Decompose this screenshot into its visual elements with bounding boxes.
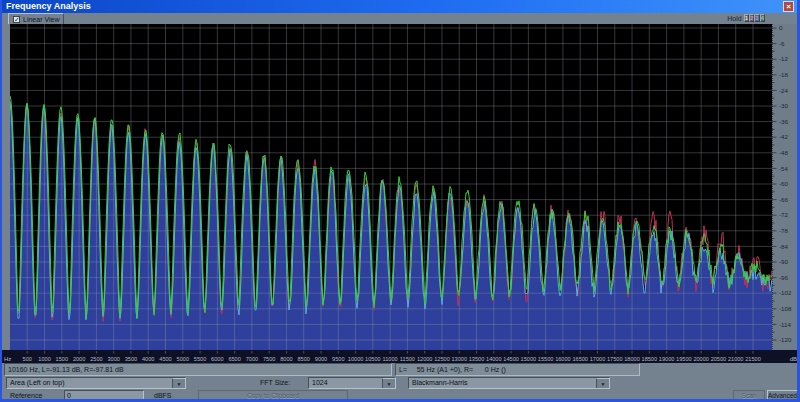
svg-text:-78: -78 xyxy=(779,227,789,234)
hold-button-4[interactable]: 4 xyxy=(760,14,765,22)
hold-group: Hold 1234 xyxy=(727,14,765,22)
copy-to-clipboard-button[interactable]: Copy to Clipboard xyxy=(198,390,348,401)
svg-text:16000: 16000 xyxy=(555,356,571,362)
db-axis: 0-6-12-18-24-30-36-42-48-54-60-66-72-78-… xyxy=(772,24,799,350)
svg-text:11500: 11500 xyxy=(400,356,415,362)
chevron-down-icon[interactable]: ▼ xyxy=(596,378,609,388)
hold-button-3[interactable]: 3 xyxy=(754,14,759,22)
svg-text:1500: 1500 xyxy=(56,356,68,362)
frequency-analysis-window: Frequency Analysis × ✓ Linear View Hold … xyxy=(0,0,800,402)
svg-text:21000: 21000 xyxy=(728,356,744,362)
area-mode-select[interactable]: Area (Left on top) ▼ xyxy=(6,377,186,389)
svg-text:1000: 1000 xyxy=(38,356,50,362)
svg-text:-120: -120 xyxy=(779,336,792,343)
reference-label: Reference xyxy=(10,390,42,402)
svg-text:12500: 12500 xyxy=(434,356,450,362)
linear-view-checkbox[interactable]: ✓ Linear View xyxy=(8,13,64,24)
svg-text:6500: 6500 xyxy=(228,356,240,362)
svg-text:10000: 10000 xyxy=(348,356,364,362)
status-bar: 10160 Hz, L=-91.13 dB, R=-97.81 dB L= 55… xyxy=(2,363,799,376)
svg-text:-18: -18 xyxy=(779,71,789,78)
advanced-button[interactable]: Advanced xyxy=(767,390,798,401)
chevron-down-icon[interactable]: ▼ xyxy=(382,378,395,388)
svg-text:-96: -96 xyxy=(779,274,789,281)
svg-text:-84: -84 xyxy=(779,243,789,250)
svg-text:0: 0 xyxy=(779,24,783,31)
svg-text:19000: 19000 xyxy=(659,356,675,362)
scan-button[interactable]: Scan xyxy=(733,390,765,401)
svg-text:20000: 20000 xyxy=(693,356,709,362)
fft-size-value: 1024 xyxy=(309,378,382,388)
fft-size-select[interactable]: 1024 ▼ xyxy=(308,377,396,389)
svg-text:21500: 21500 xyxy=(745,356,761,362)
svg-text:-30: -30 xyxy=(779,102,789,109)
svg-text:18500: 18500 xyxy=(642,356,658,362)
svg-text:15500: 15500 xyxy=(538,356,554,362)
window-function-value: Blackmann-Harris xyxy=(409,378,596,388)
spectrum-svg xyxy=(10,24,772,350)
hold-label: Hold xyxy=(727,15,741,22)
svg-text:2500: 2500 xyxy=(90,356,102,362)
spectrum-plot[interactable] xyxy=(10,24,772,350)
selection-readout: L= 55 Hz (A1 +0), R= 0 Hz () xyxy=(395,363,640,376)
svg-text:4500: 4500 xyxy=(159,356,171,362)
svg-text:15000: 15000 xyxy=(521,356,537,362)
svg-text:4000: 4000 xyxy=(142,356,154,362)
svg-text:8500: 8500 xyxy=(298,356,310,362)
hold-buttons: 1234 xyxy=(744,14,765,22)
svg-text:2000: 2000 xyxy=(73,356,85,362)
svg-text:5000: 5000 xyxy=(177,356,189,362)
svg-text:-42: -42 xyxy=(779,133,789,140)
svg-text:13000: 13000 xyxy=(451,356,467,362)
svg-text:7000: 7000 xyxy=(246,356,258,362)
svg-text:20500: 20500 xyxy=(711,356,727,362)
toolbar: ✓ Linear View Hold 1234 xyxy=(2,13,797,24)
chevron-down-icon[interactable]: ▼ xyxy=(172,378,185,388)
svg-text:18000: 18000 xyxy=(624,356,640,362)
linear-view-label: Linear View xyxy=(23,16,59,23)
svg-text:10500: 10500 xyxy=(365,356,381,362)
svg-text:6000: 6000 xyxy=(211,356,223,362)
svg-text:9000: 9000 xyxy=(315,356,327,362)
cursor-readout: 10160 Hz, L=-91.13 dB, R=-97.81 dB xyxy=(4,363,392,376)
svg-text:500: 500 xyxy=(23,356,32,362)
svg-text:-60: -60 xyxy=(779,180,789,187)
checkbox-check-icon[interactable]: ✓ xyxy=(13,16,20,23)
close-icon[interactable]: × xyxy=(783,1,794,12)
svg-text:13500: 13500 xyxy=(469,356,485,362)
window-function-select[interactable]: Blackmann-Harris ▼ xyxy=(408,377,610,389)
svg-text:3000: 3000 xyxy=(107,356,119,362)
svg-text:-54: -54 xyxy=(779,165,789,172)
svg-text:-24: -24 xyxy=(779,87,789,94)
svg-text:-66: -66 xyxy=(779,196,789,203)
svg-text:Hz: Hz xyxy=(4,356,11,362)
reference-unit-label: dBFS xyxy=(154,390,172,402)
svg-text:14500: 14500 xyxy=(503,356,519,362)
svg-text:-108: -108 xyxy=(779,305,792,312)
svg-text:5500: 5500 xyxy=(194,356,206,362)
svg-text:8000: 8000 xyxy=(280,356,292,362)
reference-input[interactable] xyxy=(64,390,144,401)
svg-text:dB: dB xyxy=(790,356,797,362)
area-mode-value: Area (Left on top) xyxy=(7,378,172,388)
svg-text:14000: 14000 xyxy=(486,356,502,362)
svg-text:7500: 7500 xyxy=(263,356,275,362)
svg-text:17000: 17000 xyxy=(590,356,606,362)
controls-row-1: Area (Left on top) ▼ FFT Size: 1024 ▼ Bl… xyxy=(2,376,799,390)
svg-text:11000: 11000 xyxy=(383,356,398,362)
svg-text:-72: -72 xyxy=(779,211,789,218)
svg-text:-48: -48 xyxy=(779,149,789,156)
svg-text:19500: 19500 xyxy=(676,356,692,362)
svg-text:-114: -114 xyxy=(779,321,791,328)
svg-text:9500: 9500 xyxy=(332,356,344,362)
svg-text:-102: -102 xyxy=(779,289,792,296)
svg-text:-36: -36 xyxy=(779,118,789,125)
db-axis-svg: 0-6-12-18-24-30-36-42-48-54-60-66-72-78-… xyxy=(772,24,799,350)
svg-text:17500: 17500 xyxy=(607,356,623,362)
controls-row-2: Reference dBFS Copy to Clipboard Scan Ad… xyxy=(2,390,799,402)
svg-text:-12: -12 xyxy=(779,55,789,62)
window-title: Frequency Analysis xyxy=(6,1,91,11)
svg-text:-90: -90 xyxy=(779,258,789,265)
title-bar[interactable]: Frequency Analysis × xyxy=(2,0,797,13)
fft-size-label: FFT Size: xyxy=(260,377,290,389)
